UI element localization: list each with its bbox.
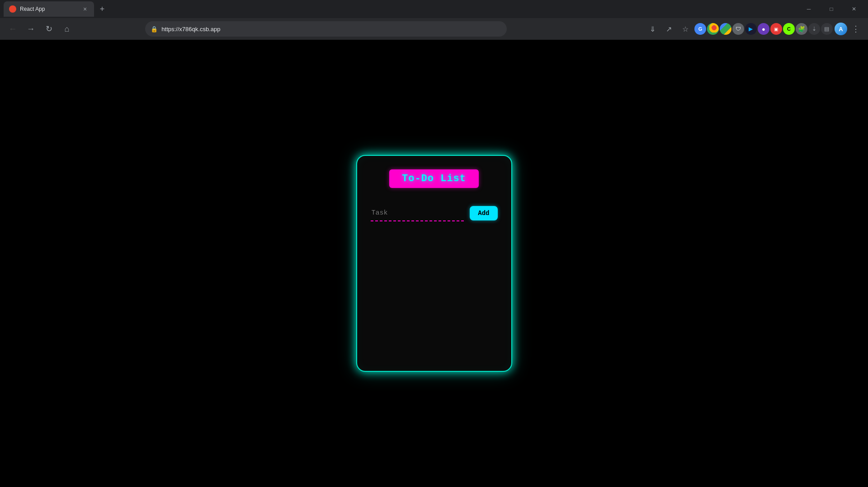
tab-close-button[interactable]: ×	[81, 5, 89, 13]
red-icon[interactable]: ▣	[770, 23, 782, 35]
profile-avatar[interactable]: A	[835, 23, 847, 35]
back-button[interactable]: ←	[5, 22, 20, 36]
google-ext-icon[interactable]: G	[694, 23, 706, 35]
task-input[interactable]	[371, 207, 466, 220]
share-icon[interactable]: ↗	[662, 22, 676, 36]
download-icon[interactable]: ⇣	[808, 23, 820, 35]
sidebar-icon[interactable]: ▤	[821, 23, 833, 35]
lime-icon[interactable]: C	[783, 23, 795, 35]
forward-button[interactable]: →	[24, 22, 38, 36]
browser-chrome: React App × + ─ □ ✕ ← → ↻ ⌂ 🔒 https://x7…	[0, 0, 868, 40]
address-text: https://x786qk.csb.app	[161, 26, 501, 33]
close-button[interactable]: ✕	[844, 2, 864, 16]
tab-title: React App	[20, 6, 78, 12]
input-row: Add	[366, 206, 502, 221]
drive-icon[interactable]	[720, 23, 731, 35]
reload-button[interactable]: ↻	[42, 22, 56, 36]
toolbar-actions: ⇓ ↗ ☆ G 🛡 ▶ ● ▣ C 🧩 ⇣ ▤ A ⋮	[646, 22, 863, 36]
todo-card: To-Do List Add	[356, 155, 512, 372]
browser-toolbar: ← → ↻ ⌂ 🔒 https://x786qk.csb.app ⇓ ↗ ☆ G…	[0, 18, 868, 40]
page-content: To-Do List Add	[0, 40, 868, 487]
address-bar[interactable]: 🔒 https://x786qk.csb.app	[145, 21, 507, 37]
download-to-desktop-icon[interactable]: ⇓	[646, 22, 660, 36]
extension-icons: G 🛡 ▶ ● ▣ C 🧩 ⇣ ▤	[694, 23, 833, 35]
g-colored-icon[interactable]	[707, 23, 719, 35]
tab-bar: React App × + ─ □ ✕	[0, 0, 868, 18]
more-options-button[interactable]: ⋮	[849, 22, 863, 36]
task-input-underline	[371, 220, 466, 221]
maximize-button[interactable]: □	[821, 2, 842, 16]
play-icon[interactable]: ▶	[745, 23, 757, 35]
tab-favicon	[9, 5, 16, 13]
task-input-wrapper	[371, 207, 466, 221]
app-title: To-Do List	[389, 169, 479, 188]
home-button[interactable]: ⌂	[60, 22, 74, 36]
new-tab-button[interactable]: +	[96, 3, 108, 15]
lock-icon: 🔒	[151, 26, 158, 33]
puzzle-icon[interactable]: 🧩	[796, 23, 807, 35]
purple-icon[interactable]: ●	[758, 23, 769, 35]
window-controls: ─ □ ✕	[798, 2, 864, 16]
active-tab[interactable]: React App ×	[4, 1, 94, 17]
add-button[interactable]: Add	[470, 206, 497, 220]
minimize-button[interactable]: ─	[798, 2, 819, 16]
bookmark-icon[interactable]: ☆	[678, 22, 693, 36]
shield-icon[interactable]: 🛡	[732, 23, 744, 35]
